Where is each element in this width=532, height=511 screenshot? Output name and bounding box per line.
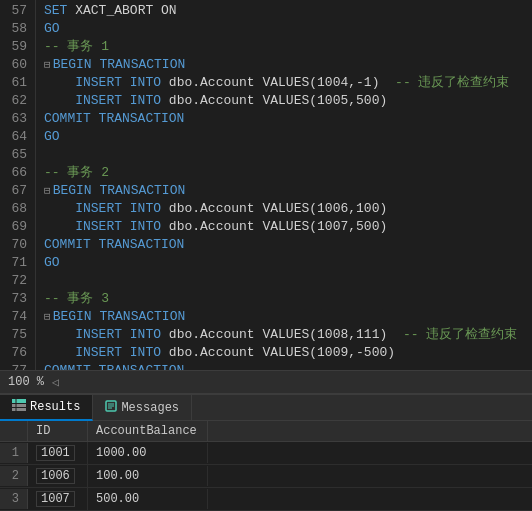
table-icon	[12, 399, 26, 414]
code-segment: BEGIN TRANSACTION	[53, 308, 186, 326]
code-lines[interactable]: SET XACT_ABORT ONGO-- 事务 1⊟BEGIN TRANSAC…	[36, 0, 532, 370]
code-line-75: INSERT INTO dbo.Account VALUES(1008,111)…	[44, 326, 532, 344]
msg-icon	[105, 400, 117, 415]
code-line-71: GO	[44, 254, 532, 272]
code-line-65	[44, 146, 532, 164]
line-number-71: 71	[4, 254, 27, 272]
code-line-76: INSERT INTO dbo.Account VALUES(1009,-500…	[44, 344, 532, 362]
code-segment: -- 事务 2	[44, 164, 109, 182]
code-segment: dbo.Account	[169, 344, 255, 362]
code-segment: VALUES(1005,500)	[255, 92, 388, 110]
code-segment: INSERT INTO	[44, 326, 169, 344]
code-segment: GO	[44, 128, 60, 146]
code-segment: SET	[44, 2, 75, 20]
td-id: 1001	[28, 442, 88, 464]
fold-icon-60[interactable]: ⊟	[44, 56, 51, 74]
line-number-58: 58	[4, 20, 27, 38]
line-number-72: 72	[4, 272, 27, 290]
td-balance: 1000.00	[88, 443, 208, 463]
tabs-bar: ResultsMessages	[0, 395, 532, 421]
zoom-area: 100 % ◁	[0, 370, 532, 394]
code-line-74: ⊟BEGIN TRANSACTION	[44, 308, 532, 326]
code-segment: -- 违反了检查约束	[379, 74, 509, 92]
line-number-64: 64	[4, 128, 27, 146]
code-segment: -- 事务 3	[44, 290, 109, 308]
id-value: 1006	[36, 468, 75, 484]
line-number-63: 63	[4, 110, 27, 128]
line-number-59: 59	[4, 38, 27, 56]
scroll-indicator: ◁	[52, 375, 59, 390]
tab-label-messages: Messages	[121, 401, 179, 415]
td-balance: 100.00	[88, 466, 208, 486]
td-id: 1007	[28, 488, 88, 510]
code-segment: GO	[44, 254, 60, 272]
code-line-58: GO	[44, 20, 532, 38]
code-segment: INSERT INTO	[44, 92, 169, 110]
line-number-76: 76	[4, 344, 27, 362]
code-segment: XACT_ABORT ON	[75, 2, 176, 20]
line-number-61: 61	[4, 74, 27, 92]
id-value: 1007	[36, 491, 75, 507]
fold-icon-74[interactable]: ⊟	[44, 308, 51, 326]
col-balance-header: AccountBalance	[88, 421, 208, 441]
row-num-cell: 1	[0, 443, 28, 463]
line-number-67: 67	[4, 182, 27, 200]
code-line-68: INSERT INTO dbo.Account VALUES(1006,100)	[44, 200, 532, 218]
tab-results[interactable]: Results	[0, 395, 93, 421]
line-number-60: 60	[4, 56, 27, 74]
code-segment: dbo.Account	[169, 200, 255, 218]
svg-rect-1	[12, 404, 26, 407]
table-row: 31007500.00	[0, 488, 532, 511]
line-number-75: 75	[4, 326, 27, 344]
bottom-panel: ResultsMessages ID AccountBalance 110011…	[0, 394, 532, 511]
table-row: 110011000.00	[0, 442, 532, 465]
tab-messages[interactable]: Messages	[93, 395, 192, 421]
tab-label-results: Results	[30, 400, 80, 414]
line-number-66: 66	[4, 164, 27, 182]
row-num-cell: 2	[0, 466, 28, 486]
zoom-level: 100 %	[8, 375, 44, 389]
code-line-62: INSERT INTO dbo.Account VALUES(1005,500)	[44, 92, 532, 110]
code-line-60: ⊟BEGIN TRANSACTION	[44, 56, 532, 74]
line-number-73: 73	[4, 290, 27, 308]
code-segment: VALUES(1006,100)	[255, 200, 388, 218]
code-editor: 5758596061626364656667686970717273747576…	[0, 0, 532, 370]
code-segment: COMMIT TRANSACTION	[44, 362, 184, 370]
code-line-77: COMMIT TRANSACTION	[44, 362, 532, 370]
code-segment: INSERT INTO	[44, 74, 169, 92]
table-row: 21006100.00	[0, 465, 532, 488]
code-segment: VALUES(1008,111)	[255, 326, 388, 344]
code-line-72	[44, 272, 532, 290]
code-segment: COMMIT TRANSACTION	[44, 110, 184, 128]
line-number-77: 77	[4, 362, 27, 370]
fold-icon-67[interactable]: ⊟	[44, 182, 51, 200]
table-header: ID AccountBalance	[0, 421, 532, 442]
code-line-63: COMMIT TRANSACTION	[44, 110, 532, 128]
code-line-69: INSERT INTO dbo.Account VALUES(1007,500)	[44, 218, 532, 236]
line-number-68: 68	[4, 200, 27, 218]
code-segment: dbo.Account	[169, 74, 255, 92]
line-number-62: 62	[4, 92, 27, 110]
td-id: 1006	[28, 465, 88, 487]
col-id-header: ID	[28, 421, 88, 441]
code-segment: dbo.Account	[169, 326, 255, 344]
line-number-69: 69	[4, 218, 27, 236]
row-num-cell: 3	[0, 489, 28, 509]
line-number-74: 74	[4, 308, 27, 326]
code-segment: dbo.Account	[169, 218, 255, 236]
code-line-61: INSERT INTO dbo.Account VALUES(1004,-1) …	[44, 74, 532, 92]
code-segment: VALUES(1007,500)	[255, 218, 388, 236]
code-segment: INSERT INTO	[44, 200, 169, 218]
code-segment: VALUES(1009,-500)	[255, 344, 395, 362]
code-segment: -- 事务 1	[44, 38, 109, 56]
code-line-64: GO	[44, 128, 532, 146]
svg-rect-2	[12, 408, 26, 411]
code-segment: BEGIN TRANSACTION	[53, 182, 186, 200]
code-segment: -- 违反了检查约束	[387, 326, 517, 344]
td-balance: 500.00	[88, 489, 208, 509]
results-table: ID AccountBalance 110011000.0021006100.0…	[0, 421, 532, 511]
id-value: 1001	[36, 445, 75, 461]
code-segment: VALUES(1004,-1)	[255, 74, 380, 92]
code-line-67: ⊟BEGIN TRANSACTION	[44, 182, 532, 200]
code-line-73: -- 事务 3	[44, 290, 532, 308]
